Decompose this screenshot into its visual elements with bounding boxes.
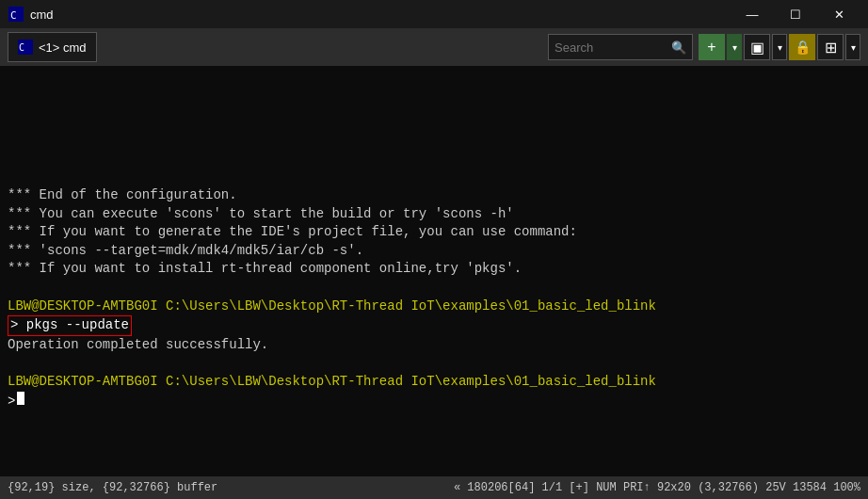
title-bar: C cmd — ☐ ✕	[0, 0, 868, 28]
command-line: > pkgs --update	[8, 315, 860, 336]
window-title: cmd	[30, 8, 731, 22]
status-right: « 180206[64] 1/1 [+] NUM PRI↑ 92x20 (3,3…	[454, 481, 860, 494]
window-controls: — ☐ ✕	[731, 0, 860, 28]
maximize-button[interactable]: ☐	[774, 0, 817, 28]
app-icon: C	[8, 6, 24, 23]
tab-cmd-label: <1> cmd	[39, 40, 87, 55]
grid-button[interactable]: ⊞	[817, 34, 844, 60]
terminal-blank-1	[8, 279, 860, 298]
cursor-line: >	[8, 392, 860, 411]
search-box[interactable]: 🔍	[548, 34, 693, 60]
command-text: > pkgs --update	[8, 315, 132, 336]
grid-dropdown-button[interactable]: ▾	[845, 34, 860, 60]
monitor-button[interactable]: ▣	[744, 34, 770, 60]
prompt-line-1: LBW@DESKTOP-AMTBG0I C:\Users\LBW\Desktop…	[8, 298, 860, 316]
terminal-line-4: *** 'scons --target=mdk/mdk4/mdk5/iar/cb…	[8, 242, 860, 261]
tab-cmd-icon: C	[18, 40, 33, 55]
tab-cmd[interactable]: C <1> cmd	[8, 32, 97, 62]
terminal[interactable]: *** End of the configuration. *** You ca…	[0, 66, 868, 476]
empty-area	[8, 73, 860, 186]
lock-button[interactable]: 🔒	[789, 34, 815, 60]
minimize-button[interactable]: —	[731, 0, 774, 28]
cursor-prompt: >	[8, 393, 15, 411]
terminal-line-2: *** You can execute 'scons' to start the…	[8, 205, 860, 224]
terminal-line-3: *** If you want to generate the IDE's pr…	[8, 223, 860, 242]
toolbar: C <1> cmd 🔍 + ▾ ▣ ▾ 🔒 ⊞ ▾	[0, 28, 868, 66]
output-line: Operation completed successfully.	[8, 336, 860, 355]
add-tab-dropdown-button[interactable]: ▾	[727, 34, 742, 60]
prompt-yellow-2: LBW@DESKTOP-AMTBG0I C:\Users\LBW\Desktop…	[8, 373, 656, 392]
search-input[interactable]	[555, 40, 667, 55]
prompt-line-2: LBW@DESKTOP-AMTBG0I C:\Users\LBW\Desktop…	[8, 373, 860, 392]
add-tab-button[interactable]: +	[699, 34, 725, 60]
terminal-cursor	[17, 392, 24, 405]
search-icon: 🔍	[671, 40, 686, 55]
status-bar: {92,19} size, {92,32766} buffer « 180206…	[0, 476, 868, 499]
terminal-blank-2	[8, 354, 860, 373]
monitor-dropdown-button[interactable]: ▾	[772, 34, 787, 60]
close-button[interactable]: ✕	[817, 0, 860, 28]
svg-text:C: C	[19, 42, 24, 53]
terminal-line-1: *** End of the configuration.	[8, 186, 860, 205]
svg-text:C: C	[10, 9, 17, 22]
terminal-line-5: *** If you want to install rt-thread com…	[8, 260, 860, 279]
status-left: {92,19} size, {92,32766} buffer	[8, 481, 454, 494]
prompt-yellow-1: LBW@DESKTOP-AMTBG0I C:\Users\LBW\Desktop…	[8, 298, 656, 316]
toolbar-actions: + ▾ ▣ ▾ 🔒 ⊞ ▾	[699, 34, 860, 60]
